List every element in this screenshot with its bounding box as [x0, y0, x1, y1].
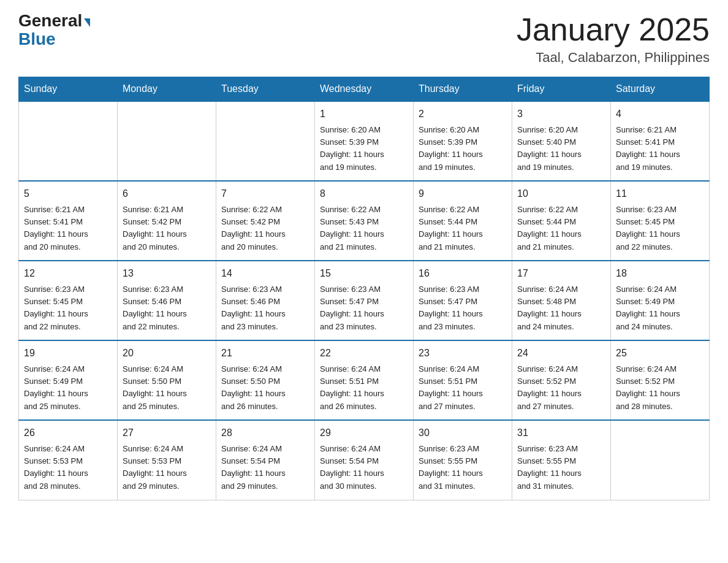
day-number: 24	[517, 346, 605, 361]
calendar-day-4: 4Sunrise: 6:21 AMSunset: 5:41 PMDaylight…	[611, 101, 710, 181]
day-number: 31	[517, 426, 605, 440]
calendar-day-9: 9Sunrise: 6:22 AMSunset: 5:44 PMDaylight…	[414, 181, 512, 261]
calendar-day-10: 10Sunrise: 6:22 AMSunset: 5:44 PMDayligh…	[512, 181, 611, 261]
calendar-day-16: 16Sunrise: 6:23 AMSunset: 5:47 PMDayligh…	[414, 261, 512, 340]
day-number: 20	[123, 346, 211, 361]
day-number: 4	[616, 107, 704, 121]
calendar-day-1: 1Sunrise: 6:20 AMSunset: 5:39 PMDaylight…	[315, 101, 414, 181]
calendar-day-30: 30Sunrise: 6:23 AMSunset: 5:55 PMDayligh…	[414, 420, 512, 500]
day-number: 14	[221, 266, 309, 281]
day-info: Sunrise: 6:22 AMSunset: 5:44 PMDaylight:…	[419, 204, 507, 253]
header-monday: Monday	[118, 77, 216, 102]
day-number: 6	[123, 186, 211, 201]
day-number: 9	[419, 186, 507, 201]
day-number: 29	[320, 426, 408, 440]
calendar-week-row: 26Sunrise: 6:24 AMSunset: 5:53 PMDayligh…	[19, 420, 710, 500]
calendar-day-25: 25Sunrise: 6:24 AMSunset: 5:52 PMDayligh…	[611, 340, 710, 420]
day-info: Sunrise: 6:24 AMSunset: 5:49 PMDaylight:…	[24, 363, 112, 413]
day-info: Sunrise: 6:20 AMSunset: 5:39 PMDaylight:…	[419, 124, 507, 174]
calendar-week-row: 1Sunrise: 6:20 AMSunset: 5:39 PMDaylight…	[19, 101, 710, 181]
day-info: Sunrise: 6:23 AMSunset: 5:46 PMDaylight:…	[221, 283, 309, 333]
day-info: Sunrise: 6:23 AMSunset: 5:47 PMDaylight:…	[320, 283, 408, 333]
header-tuesday: Tuesday	[216, 77, 315, 102]
day-info: Sunrise: 6:21 AMSunset: 5:41 PMDaylight:…	[24, 204, 112, 253]
day-number: 28	[221, 426, 309, 440]
title-block: January 2025 Taal, Calabarzon, Philippin…	[517, 12, 710, 66]
calendar-day-22: 22Sunrise: 6:24 AMSunset: 5:51 PMDayligh…	[315, 340, 414, 420]
day-info: Sunrise: 6:23 AMSunset: 5:45 PMDaylight:…	[24, 283, 112, 333]
header-friday: Friday	[512, 77, 611, 102]
calendar-day-21: 21Sunrise: 6:24 AMSunset: 5:50 PMDayligh…	[216, 340, 315, 420]
calendar-empty-cell	[118, 101, 216, 181]
calendar-day-14: 14Sunrise: 6:23 AMSunset: 5:46 PMDayligh…	[216, 261, 315, 340]
day-info: Sunrise: 6:24 AMSunset: 5:54 PMDaylight:…	[320, 443, 408, 492]
calendar-day-6: 6Sunrise: 6:21 AMSunset: 5:42 PMDaylight…	[118, 181, 216, 261]
calendar-day-3: 3Sunrise: 6:20 AMSunset: 5:40 PMDaylight…	[512, 101, 611, 181]
calendar-day-28: 28Sunrise: 6:24 AMSunset: 5:54 PMDayligh…	[216, 420, 315, 500]
calendar-day-13: 13Sunrise: 6:23 AMSunset: 5:46 PMDayligh…	[118, 261, 216, 340]
day-number: 25	[616, 346, 704, 361]
day-info: Sunrise: 6:24 AMSunset: 5:51 PMDaylight:…	[419, 363, 507, 413]
day-info: Sunrise: 6:24 AMSunset: 5:50 PMDaylight:…	[123, 363, 211, 413]
day-info: Sunrise: 6:24 AMSunset: 5:53 PMDaylight:…	[24, 443, 112, 492]
day-number: 2	[419, 107, 507, 121]
day-info: Sunrise: 6:24 AMSunset: 5:52 PMDaylight:…	[517, 363, 605, 413]
day-number: 23	[419, 346, 507, 361]
day-number: 8	[320, 186, 408, 201]
day-info: Sunrise: 6:20 AMSunset: 5:40 PMDaylight:…	[517, 124, 605, 174]
day-number: 22	[320, 346, 408, 361]
header-sunday: Sunday	[19, 77, 118, 102]
day-number: 21	[221, 346, 309, 361]
day-number: 1	[320, 107, 408, 121]
calendar-week-row: 5Sunrise: 6:21 AMSunset: 5:41 PMDaylight…	[19, 181, 710, 261]
page-subtitle: Taal, Calabarzon, Philippines	[517, 50, 710, 66]
calendar-table: SundayMondayTuesdayWednesdayThursdayFrid…	[18, 77, 710, 500]
calendar-day-23: 23Sunrise: 6:24 AMSunset: 5:51 PMDayligh…	[414, 340, 512, 420]
calendar-day-2: 2Sunrise: 6:20 AMSunset: 5:39 PMDaylight…	[414, 101, 512, 181]
calendar-day-26: 26Sunrise: 6:24 AMSunset: 5:53 PMDayligh…	[19, 420, 118, 500]
day-info: Sunrise: 6:24 AMSunset: 5:51 PMDaylight:…	[320, 363, 408, 413]
day-info: Sunrise: 6:24 AMSunset: 5:50 PMDaylight:…	[221, 363, 309, 413]
calendar-day-11: 11Sunrise: 6:23 AMSunset: 5:45 PMDayligh…	[611, 181, 710, 261]
day-number: 19	[24, 346, 112, 361]
day-info: Sunrise: 6:22 AMSunset: 5:44 PMDaylight:…	[517, 204, 605, 253]
day-number: 7	[221, 186, 309, 201]
day-info: Sunrise: 6:23 AMSunset: 5:45 PMDaylight:…	[616, 204, 704, 253]
calendar-day-17: 17Sunrise: 6:24 AMSunset: 5:48 PMDayligh…	[512, 261, 611, 340]
calendar-day-31: 31Sunrise: 6:23 AMSunset: 5:55 PMDayligh…	[512, 420, 611, 500]
calendar-day-5: 5Sunrise: 6:21 AMSunset: 5:41 PMDaylight…	[19, 181, 118, 261]
calendar-day-15: 15Sunrise: 6:23 AMSunset: 5:47 PMDayligh…	[315, 261, 414, 340]
page-header: General Blue January 2025 Taal, Calabarz…	[18, 12, 710, 66]
day-number: 18	[616, 266, 704, 281]
calendar-day-12: 12Sunrise: 6:23 AMSunset: 5:45 PMDayligh…	[19, 261, 118, 340]
day-info: Sunrise: 6:23 AMSunset: 5:47 PMDaylight:…	[419, 283, 507, 333]
logo-arrow-icon	[84, 18, 90, 27]
calendar-day-29: 29Sunrise: 6:24 AMSunset: 5:54 PMDayligh…	[315, 420, 414, 500]
day-info: Sunrise: 6:22 AMSunset: 5:42 PMDaylight:…	[221, 204, 309, 253]
day-info: Sunrise: 6:24 AMSunset: 5:48 PMDaylight:…	[517, 283, 605, 333]
day-info: Sunrise: 6:24 AMSunset: 5:52 PMDaylight:…	[616, 363, 704, 413]
day-number: 16	[419, 266, 507, 281]
header-thursday: Thursday	[414, 77, 512, 102]
day-info: Sunrise: 6:24 AMSunset: 5:54 PMDaylight:…	[221, 443, 309, 492]
calendar-day-27: 27Sunrise: 6:24 AMSunset: 5:53 PMDayligh…	[118, 420, 216, 500]
calendar-empty-cell	[19, 101, 118, 181]
day-info: Sunrise: 6:23 AMSunset: 5:55 PMDaylight:…	[419, 443, 507, 492]
day-number: 15	[320, 266, 408, 281]
header-wednesday: Wednesday	[315, 77, 414, 102]
day-info: Sunrise: 6:24 AMSunset: 5:49 PMDaylight:…	[616, 283, 704, 333]
day-info: Sunrise: 6:21 AMSunset: 5:42 PMDaylight:…	[123, 204, 211, 253]
day-number: 5	[24, 186, 112, 201]
day-number: 30	[419, 426, 507, 440]
calendar-week-row: 19Sunrise: 6:24 AMSunset: 5:49 PMDayligh…	[19, 340, 710, 420]
day-info: Sunrise: 6:21 AMSunset: 5:41 PMDaylight:…	[616, 124, 704, 174]
day-info: Sunrise: 6:20 AMSunset: 5:39 PMDaylight:…	[320, 124, 408, 174]
calendar-day-24: 24Sunrise: 6:24 AMSunset: 5:52 PMDayligh…	[512, 340, 611, 420]
calendar-day-7: 7Sunrise: 6:22 AMSunset: 5:42 PMDaylight…	[216, 181, 315, 261]
calendar-week-row: 12Sunrise: 6:23 AMSunset: 5:45 PMDayligh…	[19, 261, 710, 340]
calendar-empty-cell	[216, 101, 315, 181]
day-number: 3	[517, 107, 605, 121]
logo: General Blue	[18, 12, 90, 49]
day-number: 17	[517, 266, 605, 281]
day-info: Sunrise: 6:22 AMSunset: 5:43 PMDaylight:…	[320, 204, 408, 253]
